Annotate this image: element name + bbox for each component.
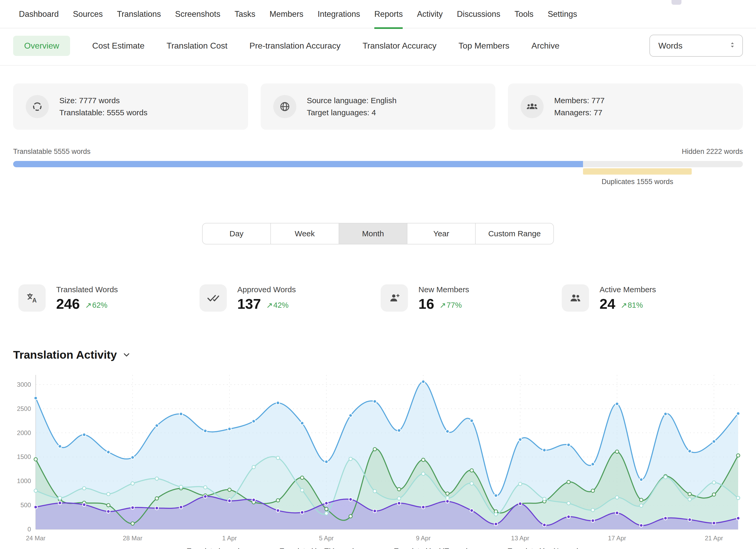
range-month-button[interactable]: Month	[339, 223, 407, 244]
progress-track	[13, 161, 743, 167]
nav-item-members[interactable]: Members	[270, 0, 303, 29]
date-range-toggle: Day Week Month Year Custom Range	[0, 223, 756, 244]
approved-words-stat: Approved Words 137 ↗42%	[199, 284, 381, 312]
stat-tiles: A Translated Words 246 ↗62% Approved Wor…	[18, 284, 743, 312]
target-languages-line: Target languages: 4	[307, 107, 397, 119]
stat-label: Active Members	[600, 285, 656, 294]
chevron-down-icon[interactable]	[123, 348, 130, 361]
svg-text:21 Apr: 21 Apr	[705, 535, 723, 542]
double-check-icon	[199, 284, 227, 312]
stat-label: New Members	[418, 285, 469, 294]
members-card: Members: 777 Managers: 77	[508, 83, 743, 130]
trend-up-icon: ↗	[439, 301, 446, 310]
stat-value: 246	[56, 297, 80, 311]
members-line: Members: 777	[554, 95, 605, 107]
svg-text:1500: 1500	[17, 453, 31, 460]
nav-item-dashboard[interactable]: Dashboard	[19, 0, 59, 29]
svg-text:2500: 2500	[17, 405, 31, 412]
duplicates-bar	[583, 168, 692, 175]
legend-translated-mt[interactable]: Translated by MT, words	[381, 547, 471, 549]
stat-delta: 62%	[92, 301, 107, 310]
managers-line: Managers: 77	[554, 107, 605, 119]
legend-label: Translated by TM, words	[280, 547, 358, 549]
svg-text:A: A	[32, 297, 37, 304]
stat-value: 16	[418, 297, 434, 311]
subnav-item-translation-cost[interactable]: Translation Cost	[167, 41, 228, 51]
trend-up-icon: ↗	[266, 301, 273, 310]
subnav-item-overview[interactable]: Overview	[13, 36, 70, 56]
nav-item-integrations[interactable]: Integrations	[318, 0, 360, 29]
new-members-stat: New Members 16 ↗77%	[381, 284, 562, 312]
duplicates-label: Duplicates 1555 words	[602, 178, 673, 186]
legend-translated-tm[interactable]: Translated by TM, words	[267, 547, 358, 549]
subnav-item-pretranslation-accuracy[interactable]: Pre-translation Accuracy	[249, 41, 340, 51]
summary-cards: Size: 7777 words Translatable: 5555 word…	[13, 83, 743, 130]
subnav-item-archive[interactable]: Archive	[532, 41, 560, 51]
globe-icon	[273, 95, 296, 118]
legend-label: Translated by MT, words	[394, 547, 471, 549]
subnav-item-top-members[interactable]: Top Members	[459, 41, 510, 51]
hidden-label: Hidden 2222 words	[682, 148, 743, 156]
active-members-icon	[562, 284, 589, 312]
stat-label: Approved Words	[237, 285, 296, 294]
unit-select-value: Words	[658, 41, 683, 51]
svg-text:24 Mar: 24 Mar	[26, 535, 46, 542]
translate-icon: A	[18, 284, 46, 312]
svg-text:1 Apr: 1 Apr	[222, 535, 237, 542]
svg-text:1000: 1000	[17, 477, 31, 484]
size-line: Size: 7777 words	[59, 95, 148, 107]
activity-chart-svg: 05001000150020002500300024 Mar28 Mar1 Ap…	[6, 368, 748, 544]
translation-activity-chart: 05001000150020002500300024 Mar28 Mar1 Ap…	[6, 368, 756, 546]
top-navigation: Dashboard Sources Translations Screensho…	[0, 0, 756, 28]
reports-subnav: Overview Cost Estimate Translation Cost …	[0, 28, 756, 66]
nav-item-sources[interactable]: Sources	[73, 0, 103, 29]
range-day-button[interactable]: Day	[202, 223, 271, 244]
unit-select[interactable]: Words	[649, 35, 743, 57]
stat-delta: 81%	[628, 301, 643, 310]
svg-text:5 Apr: 5 Apr	[319, 535, 334, 542]
section-title: Translation Activity	[13, 348, 117, 361]
progress-fill	[13, 161, 583, 167]
range-week-button[interactable]: Week	[270, 223, 339, 244]
svg-text:500: 500	[20, 501, 31, 509]
stat-value: 24	[600, 297, 615, 311]
svg-text:17 Apr: 17 Apr	[608, 535, 626, 542]
svg-text:2000: 2000	[17, 429, 31, 436]
active-members-stat: Active Members 24 ↗81%	[562, 284, 743, 312]
subnav-item-cost-estimate[interactable]: Cost Estimate	[92, 41, 144, 51]
trend-up-icon: ↗	[85, 301, 92, 310]
legend-translated[interactable]: Translated, words	[174, 547, 243, 549]
project-size-icon	[26, 95, 49, 118]
stat-delta: 42%	[273, 301, 288, 310]
stat-value: 137	[237, 297, 261, 311]
source-language-line: Source language: English	[307, 95, 397, 107]
legend-translated-ai[interactable]: Translated by AI, words	[495, 547, 582, 549]
nav-item-activity[interactable]: Activity	[417, 0, 443, 29]
svg-text:28 Mar: 28 Mar	[123, 535, 143, 542]
nav-item-discussions[interactable]: Discussions	[457, 0, 500, 29]
nav-item-settings[interactable]: Settings	[548, 0, 577, 29]
svg-text:3000: 3000	[17, 381, 31, 388]
stat-delta: 77%	[447, 301, 462, 310]
nav-item-tools[interactable]: Tools	[515, 0, 533, 29]
partial-element-top-right	[671, 0, 681, 5]
project-size-card: Size: 7777 words Translatable: 5555 word…	[13, 83, 248, 130]
subnav-item-translator-accuracy[interactable]: Translator Accuracy	[363, 41, 437, 51]
legend-label: Translated by AI, words	[508, 547, 582, 549]
svg-text:9 Apr: 9 Apr	[416, 535, 431, 542]
range-custom-button[interactable]: Custom Range	[475, 223, 554, 244]
nav-item-tasks[interactable]: Tasks	[234, 0, 255, 29]
select-stepper-icon	[729, 41, 736, 51]
nav-item-translations[interactable]: Translations	[117, 0, 161, 29]
words-progress: Translatable 5555 words Hidden 2222 word…	[13, 148, 743, 196]
svg-text:13 Apr: 13 Apr	[511, 535, 529, 542]
translated-words-stat: A Translated Words 246 ↗62%	[18, 284, 199, 312]
legend-label: Translated, words	[187, 547, 243, 549]
members-icon	[521, 95, 544, 118]
trend-up-icon: ↗	[621, 301, 627, 310]
nav-item-screenshots[interactable]: Screenshots	[175, 0, 220, 29]
languages-card: Source language: English Target language…	[261, 83, 496, 130]
nav-item-reports[interactable]: Reports	[374, 0, 403, 29]
chart-legend: Translated, words Translated by TM, word…	[0, 547, 756, 549]
range-year-button[interactable]: Year	[407, 223, 476, 244]
